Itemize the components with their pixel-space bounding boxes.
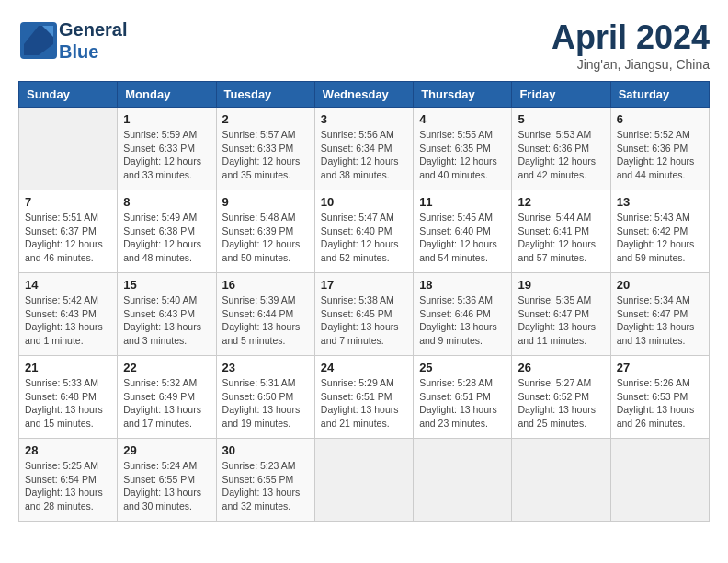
day-number: 12 (518, 195, 604, 209)
page-header: General Blue April 2024 Jing'an, Jiangsu… (18, 18, 710, 72)
calendar-cell: 12 Sunrise: 5:44 AMSunset: 6:41 PMDaylig… (512, 190, 610, 273)
day-number: 24 (321, 361, 407, 374)
calendar-cell: 29 Sunrise: 5:24 AMSunset: 6:55 PMDaylig… (118, 439, 216, 522)
header-row: SundayMondayTuesdayWednesdayThursdayFrid… (19, 82, 710, 108)
calendar-cell: 7 Sunrise: 5:51 AMSunset: 6:37 PMDayligh… (19, 190, 118, 273)
day-number: 26 (518, 361, 604, 374)
day-info: Sunrise: 5:55 AMSunset: 6:35 PMDaylight:… (419, 129, 497, 180)
calendar-cell (610, 439, 709, 522)
day-info: Sunrise: 5:52 AMSunset: 6:36 PMDaylight:… (617, 129, 695, 180)
weekday-header: Saturday (610, 82, 709, 108)
day-info: Sunrise: 5:45 AMSunset: 6:40 PMDaylight:… (419, 212, 497, 263)
day-number: 10 (321, 195, 407, 209)
day-info: Sunrise: 5:47 AMSunset: 6:40 PMDaylight:… (321, 212, 399, 263)
calendar-cell: 26 Sunrise: 5:27 AMSunset: 6:52 PMDaylig… (512, 356, 610, 439)
calendar-cell: 21 Sunrise: 5:33 AMSunset: 6:48 PMDaylig… (19, 356, 118, 439)
calendar-cell: 14 Sunrise: 5:42 AMSunset: 6:43 PMDaylig… (19, 273, 118, 356)
calendar-cell: 27 Sunrise: 5:26 AMSunset: 6:53 PMDaylig… (610, 356, 709, 439)
day-number: 11 (419, 195, 506, 209)
day-info: Sunrise: 5:32 AMSunset: 6:49 PMDaylight:… (123, 377, 201, 429)
logo-line1: General (59, 18, 127, 40)
day-number: 23 (222, 361, 309, 374)
calendar-cell: 25 Sunrise: 5:28 AMSunset: 6:51 PMDaylig… (414, 356, 512, 439)
calendar-cell: 30 Sunrise: 5:23 AMSunset: 6:55 PMDaylig… (216, 439, 314, 522)
day-number: 22 (123, 361, 210, 374)
calendar-cell: 16 Sunrise: 5:39 AMSunset: 6:44 PMDaylig… (216, 273, 314, 356)
calendar-cell: 6 Sunrise: 5:52 AMSunset: 6:36 PMDayligh… (610, 108, 709, 190)
day-info: Sunrise: 5:23 AMSunset: 6:55 PMDaylight:… (222, 460, 301, 511)
day-info: Sunrise: 5:25 AMSunset: 6:54 PMDaylight:… (25, 460, 103, 511)
day-info: Sunrise: 5:44 AMSunset: 6:41 PMDaylight:… (518, 212, 596, 263)
calendar-cell: 1 Sunrise: 5:59 AMSunset: 6:33 PMDayligh… (118, 108, 216, 190)
logo: General Blue (18, 18, 127, 63)
day-info: Sunrise: 5:49 AMSunset: 6:38 PMDaylight:… (123, 212, 201, 263)
day-number: 16 (222, 278, 309, 292)
day-info: Sunrise: 5:57 AMSunset: 6:33 PMDaylight:… (222, 129, 301, 180)
weekday-header: Monday (118, 82, 216, 108)
day-info: Sunrise: 5:33 AMSunset: 6:48 PMDaylight:… (25, 377, 103, 429)
day-info: Sunrise: 5:34 AMSunset: 6:47 PMDaylight:… (617, 294, 695, 346)
day-info: Sunrise: 5:29 AMSunset: 6:51 PMDaylight:… (321, 377, 399, 429)
calendar-cell: 2 Sunrise: 5:57 AMSunset: 6:33 PMDayligh… (216, 108, 314, 190)
day-number: 4 (419, 112, 506, 126)
calendar-week-row: 14 Sunrise: 5:42 AMSunset: 6:43 PMDaylig… (19, 273, 710, 356)
day-info: Sunrise: 5:28 AMSunset: 6:51 PMDaylight:… (419, 377, 497, 429)
day-info: Sunrise: 5:48 AMSunset: 6:39 PMDaylight:… (222, 212, 301, 263)
day-number: 18 (419, 278, 506, 292)
calendar-cell: 15 Sunrise: 5:40 AMSunset: 6:43 PMDaylig… (118, 273, 216, 356)
calendar-cell (19, 108, 118, 190)
day-number: 6 (617, 112, 703, 126)
day-number: 20 (617, 278, 703, 292)
day-number: 5 (518, 112, 604, 126)
day-number: 30 (222, 443, 309, 457)
day-number: 14 (25, 278, 111, 292)
day-info: Sunrise: 5:56 AMSunset: 6:34 PMDaylight:… (321, 129, 399, 180)
calendar-cell: 11 Sunrise: 5:45 AMSunset: 6:40 PMDaylig… (414, 190, 512, 273)
calendar-cell: 28 Sunrise: 5:25 AMSunset: 6:54 PMDaylig… (19, 439, 118, 522)
calendar-cell: 22 Sunrise: 5:32 AMSunset: 6:49 PMDaylig… (118, 356, 216, 439)
day-info: Sunrise: 5:39 AMSunset: 6:44 PMDaylight:… (222, 294, 301, 346)
calendar-cell: 4 Sunrise: 5:55 AMSunset: 6:35 PMDayligh… (414, 108, 512, 190)
day-number: 13 (617, 195, 703, 209)
calendar-cell: 13 Sunrise: 5:43 AMSunset: 6:42 PMDaylig… (610, 190, 709, 273)
day-number: 27 (617, 361, 703, 374)
calendar-week-row: 1 Sunrise: 5:59 AMSunset: 6:33 PMDayligh… (19, 108, 710, 190)
day-number: 3 (321, 112, 407, 126)
calendar-cell: 24 Sunrise: 5:29 AMSunset: 6:51 PMDaylig… (314, 356, 413, 439)
calendar-cell: 19 Sunrise: 5:35 AMSunset: 6:47 PMDaylig… (512, 273, 610, 356)
day-info: Sunrise: 5:40 AMSunset: 6:43 PMDaylight:… (123, 294, 201, 346)
calendar-cell: 10 Sunrise: 5:47 AMSunset: 6:40 PMDaylig… (314, 190, 413, 273)
calendar-cell: 18 Sunrise: 5:36 AMSunset: 6:46 PMDaylig… (414, 273, 512, 356)
calendar-cell: 20 Sunrise: 5:34 AMSunset: 6:47 PMDaylig… (610, 273, 709, 356)
day-number: 17 (321, 278, 407, 292)
weekday-header: Thursday (414, 82, 512, 108)
calendar-cell: 17 Sunrise: 5:38 AMSunset: 6:45 PMDaylig… (314, 273, 413, 356)
day-info: Sunrise: 5:42 AMSunset: 6:43 PMDaylight:… (25, 294, 103, 346)
day-number: 9 (222, 195, 309, 209)
calendar-week-row: 7 Sunrise: 5:51 AMSunset: 6:37 PMDayligh… (19, 190, 710, 273)
month-title: April 2024 (552, 18, 710, 57)
day-info: Sunrise: 5:43 AMSunset: 6:42 PMDaylight:… (617, 212, 695, 263)
day-info: Sunrise: 5:59 AMSunset: 6:33 PMDaylight:… (123, 129, 201, 180)
day-number: 15 (123, 278, 210, 292)
calendar-cell: 3 Sunrise: 5:56 AMSunset: 6:34 PMDayligh… (314, 108, 413, 190)
calendar-cell: 9 Sunrise: 5:48 AMSunset: 6:39 PMDayligh… (216, 190, 314, 273)
day-info: Sunrise: 5:36 AMSunset: 6:46 PMDaylight:… (419, 294, 497, 346)
logo-line2: Blue (59, 40, 127, 63)
day-number: 21 (25, 361, 111, 374)
weekday-header: Tuesday (216, 82, 314, 108)
day-info: Sunrise: 5:38 AMSunset: 6:45 PMDaylight:… (321, 294, 399, 346)
calendar-cell: 5 Sunrise: 5:53 AMSunset: 6:36 PMDayligh… (512, 108, 610, 190)
calendar-cell (414, 439, 512, 522)
day-info: Sunrise: 5:51 AMSunset: 6:37 PMDaylight:… (25, 212, 103, 263)
day-number: 29 (123, 443, 210, 457)
day-info: Sunrise: 5:24 AMSunset: 6:55 PMDaylight:… (123, 460, 201, 511)
day-number: 19 (518, 278, 604, 292)
calendar-week-row: 28 Sunrise: 5:25 AMSunset: 6:54 PMDaylig… (19, 439, 710, 522)
calendar-cell: 8 Sunrise: 5:49 AMSunset: 6:38 PMDayligh… (118, 190, 216, 273)
day-info: Sunrise: 5:27 AMSunset: 6:52 PMDaylight:… (518, 377, 596, 429)
day-number: 25 (419, 361, 506, 374)
weekday-header: Sunday (19, 82, 118, 108)
title-section: April 2024 Jing'an, Jiangsu, China (552, 18, 710, 72)
calendar-cell: 23 Sunrise: 5:31 AMSunset: 6:50 PMDaylig… (216, 356, 314, 439)
